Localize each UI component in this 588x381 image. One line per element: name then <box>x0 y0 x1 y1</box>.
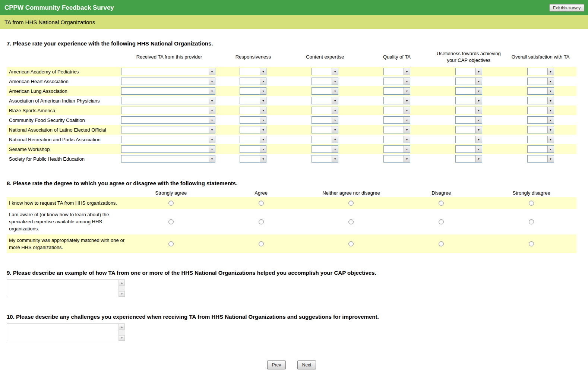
q7-dropdown[interactable]: ▼ <box>312 145 338 153</box>
q7-dropdown[interactable]: ▼ <box>455 87 482 95</box>
q7-dropdown[interactable]: ▼ <box>527 68 554 75</box>
q8-radio-button[interactable] <box>529 241 534 246</box>
q7-dropdown[interactable]: ▼ <box>121 145 215 153</box>
q10-textarea[interactable] <box>7 324 118 341</box>
next-button[interactable]: Next <box>297 360 316 369</box>
q7-dropdown[interactable]: ▼ <box>312 97 338 104</box>
q10-scrollbar[interactable]: ▲ ▼ <box>118 324 125 341</box>
q7-dropdown[interactable]: ▼ <box>527 107 554 114</box>
q7-dropdown[interactable]: ▼ <box>455 97 482 104</box>
q7-dropdown[interactable]: ▼ <box>527 145 554 153</box>
q7-dropdown[interactable]: ▼ <box>240 126 266 133</box>
question-7-title: 7. Please rate your experience with the … <box>7 40 576 47</box>
q8-radio-button[interactable] <box>348 201 354 206</box>
q7-dropdown[interactable]: ▼ <box>527 97 554 104</box>
q7-cell: ▼ <box>361 116 433 124</box>
q7-dropdown[interactable]: ▼ <box>455 78 482 85</box>
q7-dropdown[interactable]: ▼ <box>240 78 266 85</box>
dropdown-value <box>528 126 547 133</box>
q7-dropdown[interactable]: ▼ <box>383 116 410 124</box>
q7-dropdown[interactable]: ▼ <box>121 126 215 133</box>
q7-dropdown[interactable]: ▼ <box>383 97 410 104</box>
q8-radio-button[interactable] <box>259 241 264 246</box>
q8-radio-button[interactable] <box>168 241 174 246</box>
q7-dropdown[interactable]: ▼ <box>383 136 410 143</box>
q7-dropdown[interactable]: ▼ <box>383 145 410 153</box>
q9-scrollbar[interactable]: ▲ ▼ <box>118 280 125 297</box>
q7-dropdown[interactable]: ▼ <box>312 126 338 133</box>
q7-cell: ▼ <box>217 97 289 104</box>
q8-radio-button[interactable] <box>259 219 264 224</box>
q7-dropdown[interactable]: ▼ <box>527 126 554 133</box>
q7-dropdown[interactable]: ▼ <box>121 87 215 95</box>
q7-dropdown[interactable]: ▼ <box>455 126 482 133</box>
q7-dropdown[interactable]: ▼ <box>240 136 266 143</box>
q8-radio-button[interactable] <box>529 219 534 224</box>
scroll-up-icon[interactable]: ▲ <box>119 280 125 286</box>
q7-dropdown[interactable]: ▼ <box>121 116 215 124</box>
prev-button[interactable]: Prev <box>267 360 286 369</box>
dropdown-value <box>528 107 547 114</box>
q7-dropdown[interactable]: ▼ <box>527 155 554 163</box>
q7-dropdown[interactable]: ▼ <box>240 97 266 104</box>
q7-dropdown[interactable]: ▼ <box>455 116 482 124</box>
dropdown-arrow-icon: ▼ <box>332 88 338 94</box>
q7-dropdown[interactable]: ▼ <box>383 68 410 75</box>
scroll-up-icon[interactable]: ▲ <box>119 324 125 330</box>
q8-radio-button[interactable] <box>439 241 444 246</box>
q7-dropdown[interactable]: ▼ <box>121 136 215 143</box>
q8-radio-button[interactable] <box>529 201 534 206</box>
q7-row-label: American Heart Association <box>7 79 121 84</box>
q7-dropdown[interactable]: ▼ <box>240 107 266 114</box>
q8-radio-button[interactable] <box>168 201 174 206</box>
q8-radio-button[interactable] <box>439 201 444 206</box>
q9-textarea[interactable] <box>7 280 118 297</box>
q7-dropdown[interactable]: ▼ <box>527 116 554 124</box>
q7-dropdown[interactable]: ▼ <box>312 78 338 85</box>
q7-dropdown[interactable]: ▼ <box>240 87 266 95</box>
q7-dropdown[interactable]: ▼ <box>312 136 338 143</box>
q7-dropdown[interactable]: ▼ <box>527 78 554 85</box>
q7-dropdown[interactable]: ▼ <box>455 155 482 163</box>
q7-dropdown[interactable]: ▼ <box>383 78 410 85</box>
q7-dropdown[interactable]: ▼ <box>455 145 482 153</box>
dropdown-arrow-icon: ▼ <box>404 155 410 162</box>
q8-radio-button[interactable] <box>348 219 354 224</box>
q7-dropdown[interactable]: ▼ <box>383 107 410 114</box>
scroll-down-icon[interactable]: ▼ <box>119 291 125 297</box>
exit-survey-button[interactable]: Exit this survey <box>549 4 584 12</box>
q7-dropdown[interactable]: ▼ <box>312 116 338 124</box>
q7-dropdown[interactable]: ▼ <box>455 107 482 114</box>
q7-dropdown[interactable]: ▼ <box>240 145 266 153</box>
q7-dropdown[interactable]: ▼ <box>312 107 338 114</box>
q7-dropdown[interactable]: ▼ <box>383 87 410 95</box>
q7-dropdown[interactable]: ▼ <box>121 155 215 163</box>
dropdown-arrow-icon: ▼ <box>332 78 338 85</box>
scroll-down-icon[interactable]: ▼ <box>119 335 125 341</box>
q7-dropdown[interactable]: ▼ <box>455 136 482 143</box>
q7-dropdown[interactable]: ▼ <box>383 126 410 133</box>
q7-dropdown[interactable]: ▼ <box>383 155 410 163</box>
q7-dropdown[interactable]: ▼ <box>121 107 215 114</box>
q7-dropdown[interactable]: ▼ <box>240 155 266 163</box>
q8-radio-button[interactable] <box>168 219 174 224</box>
q7-dropdown[interactable]: ▼ <box>121 78 215 85</box>
q7-dropdown[interactable]: ▼ <box>240 68 266 75</box>
q8-radio-button[interactable] <box>348 241 354 246</box>
q7-dropdown[interactable]: ▼ <box>240 116 266 124</box>
dropdown-value <box>121 117 209 123</box>
dropdown-arrow-icon: ▼ <box>404 107 410 114</box>
q7-dropdown[interactable]: ▼ <box>121 97 215 104</box>
q7-dropdown[interactable]: ▼ <box>312 87 338 95</box>
q7-dropdown[interactable]: ▼ <box>527 136 554 143</box>
q7-dropdown[interactable]: ▼ <box>312 155 338 163</box>
q8-radio-button[interactable] <box>439 219 444 224</box>
dropdown-value <box>384 97 404 104</box>
q7-dropdown[interactable]: ▼ <box>455 68 482 75</box>
q7-cell: ▼ <box>289 78 361 85</box>
q7-dropdown[interactable]: ▼ <box>121 68 215 75</box>
q7-dropdown[interactable]: ▼ <box>527 87 554 95</box>
dropdown-value <box>528 146 547 152</box>
q8-radio-button[interactable] <box>259 201 264 206</box>
q7-dropdown[interactable]: ▼ <box>312 68 338 75</box>
